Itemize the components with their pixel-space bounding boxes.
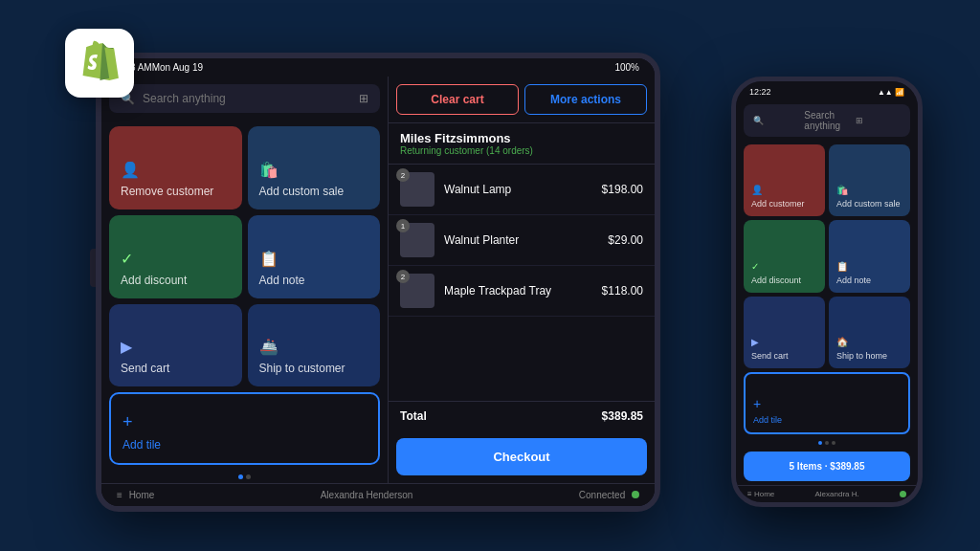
phone-checkout-bar[interactable]: 5 Items · $389.85 (744, 452, 910, 481)
phone-add-customer-label: Add customer (751, 199, 817, 209)
tablet-tile-add[interactable]: + Add tile (109, 392, 380, 465)
phone-search-bar[interactable]: 🔍 Search anything ⊞ (744, 104, 910, 137)
phone-tile-add-note[interactable]: 📋 Add note (829, 220, 910, 292)
phone-add-discount-icon: ✓ (751, 261, 817, 272)
tablet-tile-add-custom-sale[interactable]: 🛍️ Add custom sale (248, 126, 381, 209)
total-label: Total (400, 409, 427, 423)
phone-dot-1 (818, 441, 822, 445)
add-custom-sale-icon: 🛍️ (259, 161, 369, 179)
add-discount-icon: ✓ (121, 250, 231, 268)
add-tile-icon: + (122, 412, 367, 432)
item-image-trackpad-tray: 2 (400, 274, 434, 308)
dot-2 (246, 474, 251, 479)
add-note-icon: 📋 (259, 250, 369, 268)
cart-total: Total $389.85 (389, 401, 655, 430)
remove-customer-label: Remove customer (121, 185, 231, 198)
cart-header: Clear cart More actions (389, 77, 655, 123)
cart-items-list: 2 Walnut Lamp $198.00 1 Walnut Planter $… (389, 165, 655, 401)
phone-add-note-label: Add note (836, 276, 902, 285)
phone-connected-dot (900, 491, 906, 497)
phone-status-bar: 12:22 ▲▲ 📶 (736, 81, 918, 100)
item-qty-badge-1: 1 (396, 219, 410, 232)
phone-add-note-icon: 📋 (836, 261, 902, 272)
phone-tile-add-custom-sale[interactable]: 🛍️ Add custom sale (829, 144, 910, 216)
phone-tile-add-customer[interactable]: 👤 Add customer (744, 144, 825, 216)
add-note-label: Add note (259, 274, 369, 287)
tablet-tile-send-cart[interactable]: ▶ Send cart (109, 304, 242, 387)
phone-tile-add-discount[interactable]: ✓ Add discount (744, 220, 825, 292)
tablet-search-bar[interactable]: 🔍 ⊞ (109, 84, 380, 113)
phone-footer-user: Alexandra H. (815, 490, 859, 498)
dot-1 (238, 474, 243, 479)
item-image-walnut-lamp: 2 (400, 172, 434, 207)
phone-add-discount-label: Add discount (751, 276, 817, 285)
send-cart-icon: ▶ (121, 338, 231, 356)
phone-footer-home: ≡ Home (747, 490, 774, 498)
phone-tile-add[interactable]: + Add tile (744, 372, 910, 434)
phone-tile-grid: 👤 Add customer 🛍️ Add custom sale ✓ Add … (736, 141, 918, 438)
more-actions-button[interactable]: More actions (524, 84, 647, 115)
clear-cart-button[interactable]: Clear cart (396, 84, 519, 115)
cart-item-1: 1 Walnut Planter $29.00 (389, 215, 655, 266)
item-price-2: $118.00 (602, 284, 643, 298)
tablet-tile-remove-customer[interactable]: 👤 Remove customer (109, 126, 242, 209)
item-name-0: Walnut Lamp (444, 183, 592, 196)
hamburger-icon: ≡ (117, 490, 122, 500)
phone-add-custom-sale-label: Add custom sale (836, 199, 902, 209)
ship-to-customer-icon: 🚢 (259, 338, 369, 356)
phone-footer: ≡ Home Alexandra H. (736, 485, 918, 502)
send-cart-label: Send cart (121, 362, 231, 375)
customer-name: Miles Fitzsimmons (400, 131, 643, 145)
tablet-tile-add-note[interactable]: 📋 Add note (248, 215, 381, 298)
remove-customer-icon: 👤 (121, 161, 231, 179)
phone-add-tile-label: Add tile (753, 415, 901, 425)
cart-item-2: 2 Maple Trackpad Tray $118.00 (389, 266, 655, 317)
phone-tile-send-cart[interactable]: ▶ Send cart (744, 297, 825, 368)
phone-send-cart-icon: ▶ (751, 337, 817, 347)
phone-search-icon: 🔍 (753, 116, 798, 125)
phone-scan-icon[interactable]: ⊞ (856, 116, 901, 125)
tablet-date: Mon Aug 19 (152, 62, 203, 73)
phone-ship-to-home-icon: 🏠 (836, 337, 902, 347)
item-qty-badge-0: 2 (396, 168, 410, 182)
checkout-button[interactable]: Checkout (396, 438, 647, 475)
phone-dots-nav (736, 438, 918, 448)
cart-item-0: 2 Walnut Lamp $198.00 (389, 165, 655, 215)
tablet: 9:48 AM Mon Aug 19 100% 🔍 ⊞ 👤 Remove cus… (96, 53, 660, 512)
tablet-tile-grid: 👤 Remove customer 🛍️ Add custom sale ✓ A… (101, 121, 388, 471)
item-price-1: $29.00 (608, 233, 643, 247)
tablet-dots-nav (101, 471, 388, 483)
phone-add-custom-sale-icon: 🛍️ (836, 185, 902, 195)
phone-time: 12:22 (749, 87, 771, 97)
phone-ship-to-home-label: Ship to home (836, 351, 902, 361)
phone-dot-2 (825, 441, 829, 445)
phone-search-placeholder[interactable]: Search anything (804, 110, 849, 131)
customer-status: Returning customer (14 orders) (400, 145, 643, 156)
tablet-footer-home: ≡ Home (117, 490, 154, 500)
item-name-1: Walnut Planter (444, 233, 598, 247)
tablet-footer-user: Alexandra Henderson (321, 490, 413, 500)
phone-hamburger-icon: ≡ (747, 490, 752, 498)
total-amount: $389.85 (602, 409, 643, 423)
tablet-tile-add-discount[interactable]: ✓ Add discount (109, 215, 242, 298)
add-discount-label: Add discount (121, 274, 231, 287)
scan-icon[interactable]: ⊞ (359, 92, 368, 105)
phone-icons: ▲▲ 📶 (878, 88, 904, 97)
customer-info: Miles Fitzsimmons Returning customer (14… (389, 123, 655, 165)
phone-tile-ship-to-home[interactable]: 🏠 Ship to home (829, 297, 910, 368)
tablet-status-bar: 9:48 AM Mon Aug 19 100% (101, 58, 655, 77)
phone-send-cart-label: Send cart (751, 351, 817, 361)
tablet-battery: 100% (614, 62, 639, 73)
item-name-2: Maple Trackpad Tray (444, 284, 592, 298)
tablet-footer-connected: Connected (579, 490, 639, 500)
phone-add-customer-icon: 👤 (751, 185, 817, 195)
add-custom-sale-label: Add custom sale (259, 185, 369, 198)
phone-dot-3 (832, 441, 835, 445)
tablet-search-input[interactable] (143, 92, 351, 105)
phone: 12:22 ▲▲ 📶 🔍 Search anything ⊞ 👤 Add cus… (731, 77, 923, 507)
phone-add-tile-icon: + (753, 396, 901, 411)
tablet-left-panel: 🔍 ⊞ 👤 Remove customer 🛍️ Add custom sale (101, 77, 389, 483)
ship-to-customer-label: Ship to customer (259, 362, 369, 375)
tablet-tile-ship-to-customer[interactable]: 🚢 Ship to customer (248, 304, 381, 387)
tablet-footer: ≡ Home Alexandra Henderson Connected (101, 483, 655, 506)
